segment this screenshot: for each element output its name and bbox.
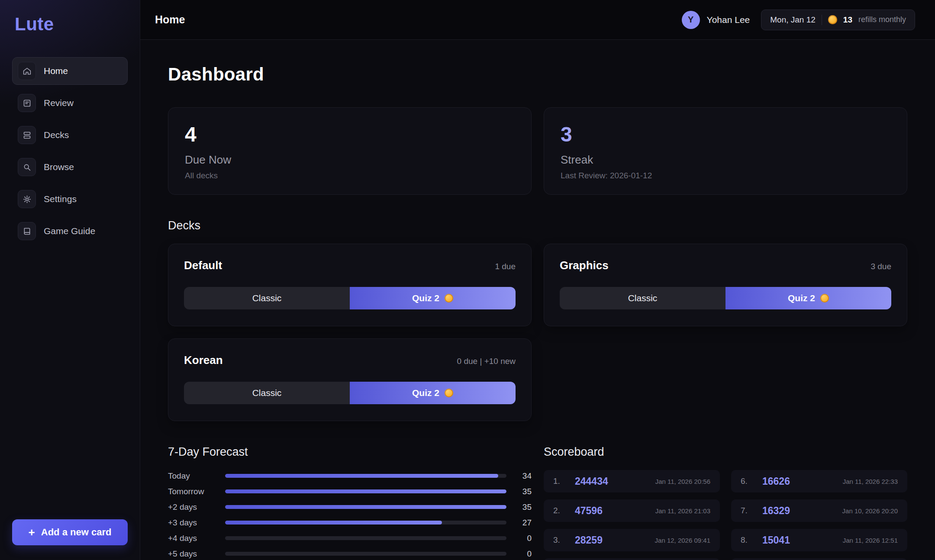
add-card-label: Add a new card — [41, 527, 112, 538]
sidebar-item-label: Decks — [44, 130, 69, 140]
score-row: 9. 12894 Jan 11, 2026 21:52 — [731, 558, 907, 560]
topbar: Home Y Yohan Lee Mon, Jan 12 13 refills … — [140, 0, 935, 40]
forecast-row: +3 days 27 — [168, 517, 532, 528]
streak-label: Streak — [561, 153, 890, 167]
coin-icon — [828, 15, 837, 24]
forecast-label: Today — [168, 471, 221, 481]
coin-icon — [445, 389, 453, 397]
forecast-bar-track — [225, 536, 506, 540]
score-rank: 2. — [553, 506, 569, 515]
sidebar-item-label: Review — [44, 98, 74, 108]
dashboard-content: Dashboard 4 Due Now All decks 3 Streak L… — [140, 40, 935, 560]
quiz-button[interactable]: Quiz 2 — [725, 287, 891, 309]
forecast-bar — [225, 521, 442, 525]
topbar-info-pill: Mon, Jan 12 13 refills monthly — [761, 10, 915, 30]
forecast-row: Today 34 — [168, 470, 532, 482]
score-row: 6. 16626 Jan 11, 2026 22:33 — [731, 470, 907, 492]
date-label: Mon, Jan 12 — [770, 15, 816, 25]
deck-due-badge: 3 due — [871, 262, 891, 271]
sidebar-item-browse[interactable]: Browse — [12, 153, 128, 181]
classic-button[interactable]: Classic — [184, 382, 350, 404]
book-icon — [18, 222, 36, 240]
scoreboard-title: Scoreboard — [544, 445, 907, 459]
deck-due-badge: 0 due | +10 new — [457, 357, 516, 366]
score-rank: 3. — [553, 535, 569, 545]
refill-count: 13 — [843, 15, 852, 25]
score-value: 15041 — [762, 534, 790, 546]
forecast-value: 0 — [511, 549, 532, 559]
deck-card-korean: Korean 0 due | +10 new Classic Quiz 2 — [168, 338, 532, 421]
classic-button[interactable]: Classic — [560, 287, 725, 309]
score-rank: 6. — [741, 476, 756, 486]
gear-icon — [18, 190, 36, 208]
scoreboard-section: Scoreboard 1. 244434 Jan 11, 2026 20:56 … — [544, 421, 907, 560]
forecast-bar-track — [225, 552, 506, 556]
home-icon — [18, 62, 36, 80]
classic-button[interactable]: Classic — [184, 287, 350, 309]
forecast-bar — [225, 474, 498, 478]
sidebar-nav: Home Review Decks Browse Settings — [12, 57, 128, 519]
forecast-bar — [225, 489, 506, 493]
forecast-bar-track — [225, 474, 506, 478]
score-value: 47596 — [575, 505, 603, 517]
quiz-button-label: Quiz 2 — [412, 293, 439, 303]
decks-icon — [18, 126, 36, 144]
deck-mode-buttons: Classic Quiz 2 — [184, 382, 516, 404]
score-row: 3. 28259 Jan 12, 2026 09:41 — [544, 529, 720, 551]
forecast-label: Tomorrow — [168, 487, 221, 496]
score-value: 16626 — [762, 476, 790, 487]
forecast-row: Tomorrow 35 — [168, 486, 532, 497]
quiz-button[interactable]: Quiz 2 — [350, 287, 516, 309]
deck-name: Default — [184, 259, 222, 272]
quiz-button[interactable]: Quiz 2 — [350, 382, 516, 404]
forecast-label: +3 days — [168, 518, 221, 528]
sidebar: Lute Home Review Decks Browse — [0, 0, 140, 560]
forecast-title: 7-Day Forecast — [168, 445, 532, 459]
score-value: 244434 — [575, 476, 608, 487]
deck-head: Korean 0 due | +10 new — [184, 354, 516, 367]
forecast-value: 0 — [511, 534, 532, 543]
deck-mode-buttons: Classic Quiz 2 — [560, 287, 891, 309]
sidebar-item-review[interactable]: Review — [12, 89, 128, 117]
stats-row: 4 Due Now All decks 3 Streak Last Review… — [168, 107, 907, 195]
forecast-label: +4 days — [168, 534, 221, 543]
avatar[interactable]: Y — [682, 11, 700, 29]
score-row: 2. 47596 Jan 11, 2026 21:03 — [544, 499, 720, 522]
coin-icon — [445, 294, 453, 303]
deck-head: Graphics 3 due — [560, 259, 891, 272]
plus-icon: + — [29, 527, 35, 538]
sidebar-item-decks[interactable]: Decks — [12, 121, 128, 149]
forecast-bar — [225, 505, 506, 509]
sidebar-item-label: Settings — [44, 194, 77, 204]
forecast-value: 35 — [511, 487, 532, 496]
app-logo: Lute — [15, 14, 128, 35]
forecast-value: 27 — [511, 518, 532, 528]
sidebar-item-game-guide[interactable]: Game Guide — [12, 217, 128, 245]
add-new-card-button[interactable]: + Add a new card — [12, 519, 128, 545]
score-date: Jan 12, 2026 09:41 — [655, 537, 710, 544]
score-row: 7. 16329 Jan 10, 2026 20:20 — [731, 499, 907, 522]
deck-head: Default 1 due — [184, 259, 516, 272]
refill-label: refills monthly — [858, 15, 906, 24]
forecast-row: +5 days 0 — [168, 548, 532, 560]
topbar-title: Home — [155, 13, 185, 26]
streak-sub: Last Review: 2026-01-12 — [561, 171, 890, 180]
scoreboard-grid: 1. 244434 Jan 11, 2026 20:56 2. 47596 Ja… — [544, 470, 907, 560]
sidebar-item-settings[interactable]: Settings — [12, 185, 128, 213]
forecast-section: 7-Day Forecast Today 34 Tomorrow 35 +2 d… — [168, 421, 532, 560]
main-area: Home Y Yohan Lee Mon, Jan 12 13 refills … — [140, 0, 935, 560]
review-icon — [18, 94, 36, 112]
forecast-value: 34 — [511, 471, 532, 481]
bottom-row: 7-Day Forecast Today 34 Tomorrow 35 +2 d… — [168, 421, 907, 560]
score-date: Jan 11, 2026 21:03 — [655, 507, 710, 515]
page-title: Dashboard — [168, 64, 907, 85]
scoreboard-column-right: 6. 16626 Jan 11, 2026 22:33 7. 16329 Jan… — [731, 470, 907, 560]
sidebar-item-home[interactable]: Home — [12, 57, 128, 85]
due-now-value: 4 — [185, 122, 515, 146]
forecast-label: +2 days — [168, 502, 221, 512]
score-value: 16329 — [762, 505, 790, 517]
search-icon — [18, 158, 36, 176]
topbar-right: Y Yohan Lee Mon, Jan 12 13 refills month… — [682, 10, 915, 30]
forecast-label: +5 days — [168, 549, 221, 559]
deck-mode-buttons: Classic Quiz 2 — [184, 287, 516, 309]
